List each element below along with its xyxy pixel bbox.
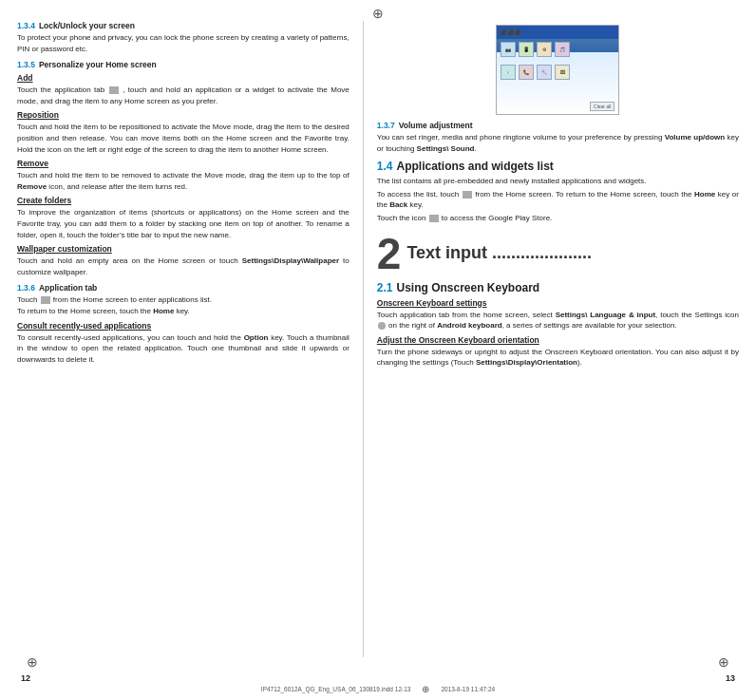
section-1-3-7-header: 1.3.7 Volume adjustment: [377, 121, 739, 130]
section-1-4-header: 1.4 Applications and widgets list: [377, 160, 739, 173]
section-1-3-6-header: 1.3.6 Application tab: [17, 283, 350, 293]
section-1-3-4-num: 1.3.4: [17, 21, 35, 30]
footer-compass-icon: ⊕: [422, 684, 429, 694]
section-1-3-6-num: 1.3.6: [17, 283, 35, 293]
screenshot-icon-7: 🔧: [537, 65, 552, 80]
section-1-4-body3: Touch the icon to access the Google Play…: [377, 213, 739, 224]
chapter-2-title: Text input .....................: [406, 244, 592, 263]
subsection-remove-body: Touch and hold the item to be removed to…: [17, 170, 350, 192]
home-screen-screenshot: ⬛ ⬛ ⬛ 📷 📱 ⚙ 🎵 📧 📞 🔧 🖼 Clear all: [496, 25, 619, 115]
right-page-num: 13: [726, 673, 735, 683]
section-1-3-5-num: 1.3.5: [17, 60, 35, 69]
subsection-create-folders-body: To improve the organization of items (sh…: [17, 207, 350, 240]
screenshot-icon-1: 📷: [501, 42, 516, 57]
bottom-left-compass-icon: ⊕: [27, 654, 38, 670]
subsection-add-label: Add: [17, 73, 350, 83]
section-1-3-6-title: Application tab: [39, 283, 97, 293]
section-1-3-6-body2: To return to the Home screen, touch the …: [17, 306, 350, 317]
left-page-num: 12: [21, 673, 30, 683]
section-1-4-body2: To access the list, touch from the Home …: [377, 189, 739, 211]
subsection-wallpaper-body: Touch and hold an empty area on the Home…: [17, 255, 350, 277]
section-1-3-4-body: To protect your phone and privacy, you c…: [17, 32, 350, 54]
chapter-2-header: 2 Text input .....................: [377, 232, 739, 275]
section-1-3-7-body: You can set ringer, media and phone ring…: [377, 132, 739, 154]
section-1-3-7-title: Volume adjustment: [399, 121, 473, 130]
subsection-consult-label: Consult recently-used applications: [17, 321, 350, 331]
subsection-remove-label: Remove: [17, 159, 350, 168]
subsection-reposition-label: Reposition: [17, 110, 350, 120]
screenshot-icon-6: 📞: [519, 65, 534, 80]
subsection-add-body: Touch the application tab , touch and ho…: [17, 85, 350, 106]
screenshot-icon-4: 🎵: [555, 42, 570, 57]
screenshot-icon-3: ⚙: [537, 42, 552, 57]
section-1-3-4-title: Lock/Unlock your screen: [39, 21, 135, 30]
right-column: ⬛ ⬛ ⬛ 📷 📱 ⚙ 🎵 📧 📞 🔧 🖼 Clear all: [364, 21, 739, 657]
subsection-onscreen-settings-label: Onscreen Keyboard settings: [377, 298, 739, 308]
section-2-1-header: 2.1 Using Onscreen Keyboard: [377, 281, 739, 294]
section-1-3-4-header: 1.3.4 Lock/Unlock your screen: [17, 21, 350, 30]
footer-date: 2013-8-19 11:47:24: [441, 686, 495, 692]
subsection-wallpaper-label: Wallpaper customization: [17, 244, 350, 254]
section-2-1-num: 2.1: [377, 281, 393, 294]
footer-file: IP4712_6012A_QG_Eng_USA_06_130819.indd 1…: [261, 686, 411, 692]
bottom-right-compass-icon: ⊕: [718, 654, 729, 670]
screenshot-icon-5: 📧: [501, 65, 516, 80]
section-1-4-body1: The list contains all pre-embedded and n…: [377, 176, 739, 187]
subsection-reposition-body: Touch and hold the item to be reposition…: [17, 122, 350, 155]
left-column: 1.3.4 Lock/Unlock your screen To protect…: [17, 21, 364, 657]
section-1-4-title: Applications and widgets list: [396, 160, 553, 173]
section-1-3-7-num: 1.3.7: [377, 121, 395, 130]
screenshot-icon-8: 🖼: [555, 65, 570, 80]
subsection-consult-body: To consult recently-used applications, y…: [17, 332, 350, 366]
subsection-adjust-orientation-body: Turn the phone sideways or upright to ad…: [377, 347, 739, 369]
section-1-3-5-title: Personalize your Home screen: [39, 60, 157, 69]
section-2-1-title: Using Onscreen Keyboard: [396, 281, 539, 294]
section-1-3-5-header: 1.3.5 Personalize your Home screen: [17, 60, 350, 69]
screenshot-icon-2: 📱: [519, 42, 534, 57]
top-compass-icon: ⊕: [372, 6, 384, 21]
subsection-onscreen-settings-body: Touch application tab from the home scre…: [377, 310, 739, 331]
subsection-create-folders-label: Create folders: [17, 196, 350, 205]
page-numbers: 12 13: [0, 673, 756, 683]
subsection-adjust-orientation-label: Adjust the Onscreen Keyboard orientation: [377, 335, 739, 345]
screenshot-clear-all: Clear all: [590, 102, 614, 111]
chapter-2-num: 2: [377, 232, 402, 275]
section-1-3-6-body1: Touch from the Home screen to enter appl…: [17, 294, 350, 306]
footer-print: IP4712_6012A_QG_Eng_USA_06_130819.indd 1…: [0, 684, 756, 694]
section-1-4-num: 1.4: [377, 160, 393, 173]
